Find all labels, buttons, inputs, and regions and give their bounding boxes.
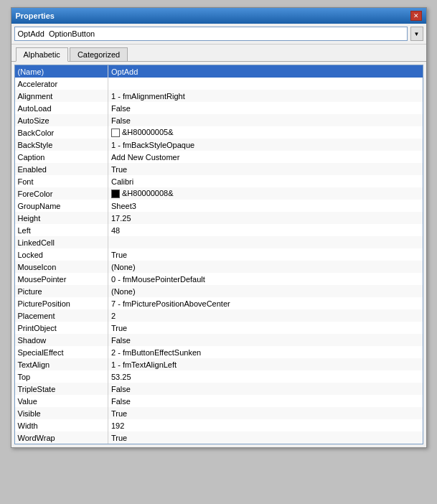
table-row[interactable]: AutoSizeFalse	[15, 114, 423, 126]
property-value: False	[108, 102, 423, 114]
table-row[interactable]: WordWrapTrue	[15, 431, 423, 444]
property-name: TripleState	[15, 383, 108, 395]
property-name: Shadow	[15, 334, 108, 346]
table-row[interactable]: VisibleTrue	[15, 407, 423, 419]
table-row[interactable]: BackStyle1 - fmBackStyleOpaque	[15, 139, 423, 151]
property-name: PrintObject	[15, 322, 108, 334]
property-name: Accelerator	[15, 78, 108, 90]
property-value: 7 - fmPicturePositionAboveCenter	[108, 297, 423, 309]
table-row[interactable]: Alignment1 - fmAlignmentRight	[15, 90, 423, 102]
property-value: True	[108, 431, 423, 444]
property-name: (Name)	[15, 65, 108, 78]
property-name: MouseIcon	[15, 261, 108, 273]
property-value: False	[108, 334, 423, 346]
property-name: AutoSize	[15, 114, 108, 126]
object-dropdown-input[interactable]	[14, 27, 408, 41]
property-name: WordWrap	[15, 431, 108, 444]
property-name: Font	[15, 175, 108, 187]
property-value: (None)	[108, 285, 423, 297]
table-row[interactable]: ValueFalse	[15, 395, 423, 407]
property-name: TextAlign	[15, 358, 108, 370]
property-name: Placement	[15, 309, 108, 322]
property-value: True	[108, 322, 423, 334]
close-button[interactable]: ✕	[410, 11, 422, 21]
table-row[interactable]: Top53.25	[15, 370, 423, 383]
table-row[interactable]: AutoLoadFalse	[15, 102, 423, 114]
property-value: Add New Customer	[108, 151, 423, 163]
table-row[interactable]: TextAlign1 - fmTextAlignLeft	[15, 358, 423, 370]
table-row[interactable]: CaptionAdd New Customer	[15, 151, 423, 163]
property-name: GroupName	[15, 200, 108, 212]
table-row[interactable]: TripleStateFalse	[15, 383, 423, 395]
table-row[interactable]: MousePointer0 - fmMousePointerDefault	[15, 273, 423, 285]
table-row[interactable]: (Name)OptAdd	[15, 65, 423, 78]
property-name: Height	[15, 212, 108, 224]
property-name: MousePointer	[15, 273, 108, 285]
table-row[interactable]: PrintObjectTrue	[15, 322, 423, 334]
property-value: 192	[108, 419, 423, 431]
table-row[interactable]: Width192	[15, 419, 423, 431]
table-row[interactable]: BackColor&H80000005&	[15, 126, 423, 139]
color-swatch-icon	[111, 129, 120, 137]
properties-table-container: (Name)OptAddAcceleratorAlignment1 - fmAl…	[14, 65, 423, 444]
property-value: &H80000008&	[108, 187, 423, 200]
table-row[interactable]: Placement2	[15, 309, 423, 322]
table-row[interactable]: ForeColor&H80000008&	[15, 187, 423, 200]
table-row[interactable]: PicturePosition7 - fmPicturePositionAbov…	[15, 297, 423, 309]
property-name: Top	[15, 370, 108, 383]
table-row[interactable]: GroupNameSheet3	[15, 200, 423, 212]
property-value: Sheet3	[108, 200, 423, 212]
property-value: True	[108, 407, 423, 419]
property-value: 48	[108, 224, 423, 236]
table-row[interactable]: Accelerator	[15, 78, 423, 90]
property-value: 1 - fmAlignmentRight	[108, 90, 423, 102]
property-value: 1 - fmBackStyleOpaque	[108, 139, 423, 151]
property-name: BackColor	[15, 126, 108, 139]
properties-table: (Name)OptAddAcceleratorAlignment1 - fmAl…	[15, 65, 423, 444]
property-value: False	[108, 114, 423, 126]
table-row[interactable]: LockedTrue	[15, 248, 423, 261]
property-name: Locked	[15, 248, 108, 261]
tabs-row: Alphabetic Categorized	[11, 45, 426, 62]
property-value: 53.25	[108, 370, 423, 383]
property-name: LinkedCell	[15, 236, 108, 248]
table-row[interactable]: LinkedCell	[15, 236, 423, 248]
property-name: Left	[15, 224, 108, 236]
property-name: Value	[15, 395, 108, 407]
property-name: Enabled	[15, 163, 108, 175]
property-name: AutoLoad	[15, 102, 108, 114]
property-value: (None)	[108, 261, 423, 273]
property-value: 2 - fmButtonEffectSunken	[108, 346, 423, 358]
property-value: False	[108, 395, 423, 407]
table-row[interactable]: FontCalibri	[15, 175, 423, 187]
properties-content: (Name)OptAddAcceleratorAlignment1 - fmAl…	[11, 62, 426, 447]
table-row[interactable]: Height17.25	[15, 212, 423, 224]
tab-alphabetic[interactable]: Alphabetic	[16, 47, 68, 62]
title-bar-text: Properties	[16, 11, 55, 20]
property-value	[108, 78, 423, 90]
property-value: OptAdd	[108, 65, 423, 78]
property-value: True	[108, 163, 423, 175]
property-name: Visible	[15, 407, 108, 419]
property-value: 1 - fmTextAlignLeft	[108, 358, 423, 370]
property-name: SpecialEffect	[15, 346, 108, 358]
table-row[interactable]: SpecialEffect2 - fmButtonEffectSunken	[15, 346, 423, 358]
property-value: True	[108, 248, 423, 261]
property-value: 17.25	[108, 212, 423, 224]
table-row[interactable]: MouseIcon(None)	[15, 261, 423, 273]
property-name: BackStyle	[15, 139, 108, 151]
property-name: PicturePosition	[15, 297, 108, 309]
table-row[interactable]: Left48	[15, 224, 423, 236]
property-value: False	[108, 383, 423, 395]
table-row[interactable]: ShadowFalse	[15, 334, 423, 346]
table-row[interactable]: Picture(None)	[15, 285, 423, 297]
property-name: Width	[15, 419, 108, 431]
property-name: Caption	[15, 151, 108, 163]
property-value: Calibri	[108, 175, 423, 187]
object-dropdown-button[interactable]: ▼	[410, 27, 423, 41]
table-row[interactable]: EnabledTrue	[15, 163, 423, 175]
tab-categorized[interactable]: Categorized	[70, 47, 128, 61]
color-swatch-icon	[111, 190, 120, 198]
property-name: Alignment	[15, 90, 108, 102]
property-value: 0 - fmMousePointerDefault	[108, 273, 423, 285]
